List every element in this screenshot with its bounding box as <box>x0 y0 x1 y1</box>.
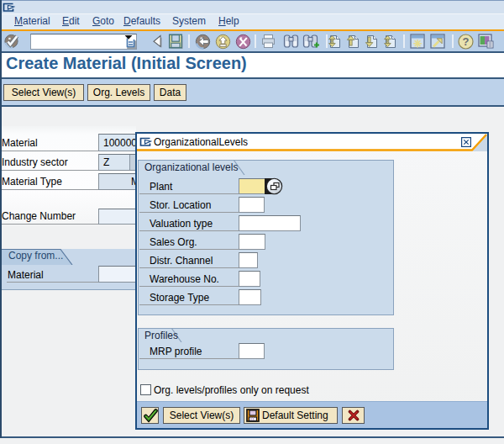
svg-text:?: ? <box>463 35 470 48</box>
